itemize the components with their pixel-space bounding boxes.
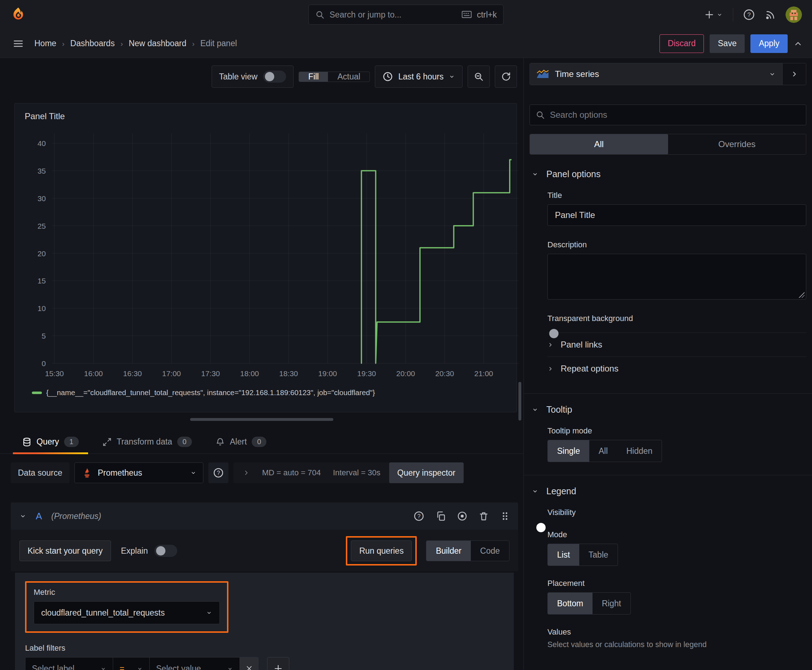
save-button[interactable]: Save <box>710 34 745 53</box>
legend-table-option[interactable]: Table <box>579 544 618 565</box>
breadcrumb: Home › Dashboards › New dashboard › Edit… <box>34 39 237 48</box>
select-label-dropdown[interactable]: Select label <box>25 657 113 670</box>
database-icon <box>22 437 32 447</box>
datasource-help-button[interactable]: ? <box>209 462 229 483</box>
options-tab-overrides[interactable]: Overrides <box>668 134 806 154</box>
panel-options-sidebar: Time series All Overrides Panel options … <box>524 58 812 670</box>
collapse-pane-button[interactable] <box>793 39 803 48</box>
builder-option[interactable]: Builder <box>426 541 471 561</box>
kick-start-query-button[interactable]: Kick start your query <box>19 540 111 561</box>
mega-menu-button[interactable] <box>13 38 24 49</box>
timeseries-chart[interactable]: 051015202530354015:3016:0016:3017:0017:3… <box>21 123 521 386</box>
refresh-button[interactable] <box>495 66 517 88</box>
fill-option[interactable]: Fill <box>299 72 328 81</box>
viz-suggestions-button[interactable] <box>782 63 806 85</box>
tab-query-count: 1 <box>64 437 79 447</box>
query-help-button[interactable]: ? <box>414 511 424 521</box>
table-view-toggle[interactable] <box>263 71 286 83</box>
legend-series-label[interactable]: {__name__="cloudflared_tunnel_total_requ… <box>46 388 375 397</box>
time-range-picker[interactable]: Last 6 hours <box>375 66 463 88</box>
builder-code-switch: Builder Code <box>426 540 509 561</box>
breadcrumb-edit-panel: Edit panel <box>200 39 237 48</box>
breadcrumb-dashboards[interactable]: Dashboards <box>70 39 115 48</box>
news-icon[interactable] <box>765 9 775 20</box>
legend-header[interactable]: Legend <box>529 486 806 496</box>
breadcrumb-separator: › <box>120 39 123 48</box>
zoom-out-button[interactable] <box>468 66 490 88</box>
options-search-input[interactable] <box>550 110 800 120</box>
breadcrumb-bar: Home › Dashboards › New dashboard › Edit… <box>0 29 812 58</box>
explain-toggle[interactable] <box>154 545 177 557</box>
breadcrumb-home[interactable]: Home <box>34 39 56 48</box>
disable-query-button[interactable] <box>457 511 467 521</box>
svg-text:15: 15 <box>37 277 46 285</box>
discard-button[interactable]: Discard <box>659 34 704 53</box>
metric-value: cloudflared_tunnel_total_requests <box>41 608 200 618</box>
code-option[interactable]: Code <box>471 541 509 561</box>
tab-alert[interactable]: Alert 0 <box>206 431 276 453</box>
grafana-logo[interactable] <box>10 7 27 23</box>
help-button[interactable]: ? <box>743 9 755 20</box>
legend-bottom-option[interactable]: Bottom <box>548 593 593 614</box>
chart-legend: {__name__="cloudflared_tunnel_total_requ… <box>16 386 515 397</box>
table-view-label: Table view <box>219 72 258 81</box>
viz-select-value: Time series <box>555 69 763 79</box>
tooltip-hidden-option[interactable]: Hidden <box>617 440 662 462</box>
select-value-dropdown[interactable]: Select value <box>150 657 240 670</box>
svg-text:20:30: 20:30 <box>436 369 454 377</box>
panel-links-row[interactable]: Panel links <box>548 333 806 357</box>
options-tab-all[interactable]: All <box>530 134 668 154</box>
description-textarea[interactable] <box>548 254 806 299</box>
actual-option[interactable]: Actual <box>328 72 370 81</box>
repeat-options-row[interactable]: Repeat options <box>548 357 806 381</box>
svg-text:?: ? <box>747 11 751 18</box>
apply-button[interactable]: Apply <box>751 34 788 53</box>
query-row-header[interactable]: A (Prometheus) ? <box>11 503 518 530</box>
options-search[interactable] <box>529 105 806 125</box>
legend-visibility-label: Visibility <box>548 508 806 517</box>
global-search[interactable]: ctrl+k <box>309 5 504 25</box>
tooltip-header[interactable]: Tooltip <box>529 404 806 415</box>
query-toolbar: Kick start your query Explain Run querie… <box>11 530 518 571</box>
query-builder-body: Metric cloudflared_tunnel_total_requests… <box>15 573 514 670</box>
viz-select[interactable]: Time series <box>530 63 782 85</box>
run-queries-button[interactable]: Run queries <box>351 540 412 561</box>
new-menu-button[interactable] <box>704 10 723 20</box>
legend-section: Legend Visibility Mode List Table Placem… <box>529 486 806 649</box>
tab-transform-data[interactable]: Transform data 0 <box>93 431 201 453</box>
remove-filter-button[interactable] <box>240 657 258 670</box>
breadcrumb-separator: › <box>192 39 195 48</box>
vertical-scrollbar[interactable] <box>519 382 521 421</box>
operator-dropdown[interactable]: = <box>113 657 150 670</box>
legend-list-option[interactable]: List <box>548 544 579 565</box>
legend-right-option[interactable]: Right <box>593 593 631 614</box>
query-options-summary[interactable]: MD = auto = 704 Interval = 30s <box>234 462 390 483</box>
tab-transform-count: 0 <box>177 437 192 447</box>
tooltip-single-option[interactable]: Single <box>548 440 589 462</box>
transform-icon <box>102 437 112 447</box>
collapse-query-icon[interactable] <box>19 513 27 520</box>
svg-text:25: 25 <box>37 222 46 230</box>
breadcrumb-new-dashboard[interactable]: New dashboard <box>129 39 186 48</box>
panel-title-input[interactable] <box>548 205 806 226</box>
search-icon <box>315 10 325 19</box>
datasource-value: Prometheus <box>98 468 185 478</box>
duplicate-query-button[interactable] <box>436 511 446 521</box>
datasource-picker[interactable]: Prometheus <box>75 462 203 483</box>
label-filter-row: Select label = Select value <box>25 657 504 670</box>
user-avatar[interactable] <box>785 7 802 23</box>
metric-select[interactable]: cloudflared_tunnel_total_requests <box>34 601 220 624</box>
drag-query-handle[interactable] <box>500 511 509 521</box>
resize-grip-icon[interactable] <box>799 292 805 298</box>
search-input[interactable] <box>330 10 457 20</box>
query-inspector-button[interactable]: Query inspector <box>389 462 464 483</box>
tooltip-all-option[interactable]: All <box>589 440 617 462</box>
pane-resize-handle[interactable] <box>190 418 333 421</box>
tab-alert-count: 0 <box>252 437 266 447</box>
visualization-picker: Time series <box>529 63 806 85</box>
delete-query-button[interactable] <box>479 511 489 521</box>
add-filter-button[interactable] <box>267 657 289 670</box>
panel-options-header[interactable]: Panel options <box>529 169 806 179</box>
tab-query[interactable]: Query 1 <box>13 431 88 453</box>
datasource-label: Data source <box>11 462 70 483</box>
